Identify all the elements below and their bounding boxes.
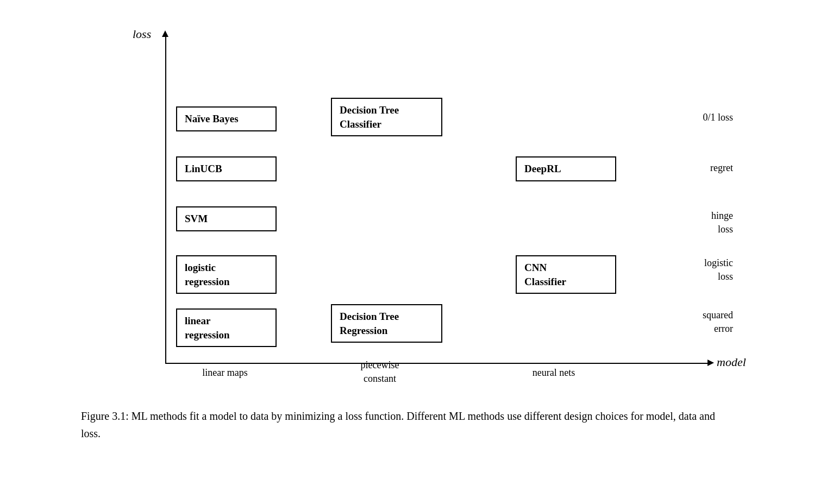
- chart-area: loss model 0/1 loss regret hingeloss log…: [81, 22, 733, 391]
- figure-container: loss model 0/1 loss regret hingeloss log…: [81, 22, 733, 442]
- algo-box-linear-regression: linearregression: [176, 308, 277, 347]
- x-tick-piecewise: piecewiseconstant: [336, 358, 423, 386]
- algo-box-dt-classifier: Decision TreeClassifier: [331, 98, 442, 136]
- algo-box-linucb: LinUCB: [176, 156, 277, 181]
- algo-box-logistic: logisticregression: [176, 255, 277, 294]
- x-tick-linear: linear maps: [181, 367, 268, 379]
- algo-box-deeprl: DeepRL: [516, 156, 616, 181]
- algo-box-cnn: CNNClassifier: [516, 255, 616, 294]
- x-axis-arrow: [707, 360, 714, 366]
- figure-caption: Figure 3.1: ML methods fit a model to da…: [81, 407, 733, 442]
- x-tick-neural: neural nets: [510, 367, 597, 379]
- y-axis-label: loss: [133, 27, 151, 41]
- caption-label: Figure 3.1:: [81, 410, 129, 422]
- algo-box-svm: SVM: [176, 206, 277, 231]
- x-axis: [165, 363, 709, 364]
- algo-box-naive-bayes: Naïve Bayes: [176, 106, 277, 131]
- algo-box-dt-regression: Decision TreeRegression: [331, 304, 442, 343]
- x-axis-label: model: [717, 355, 746, 369]
- caption-text: ML methods fit a model to data by minimi…: [81, 410, 715, 439]
